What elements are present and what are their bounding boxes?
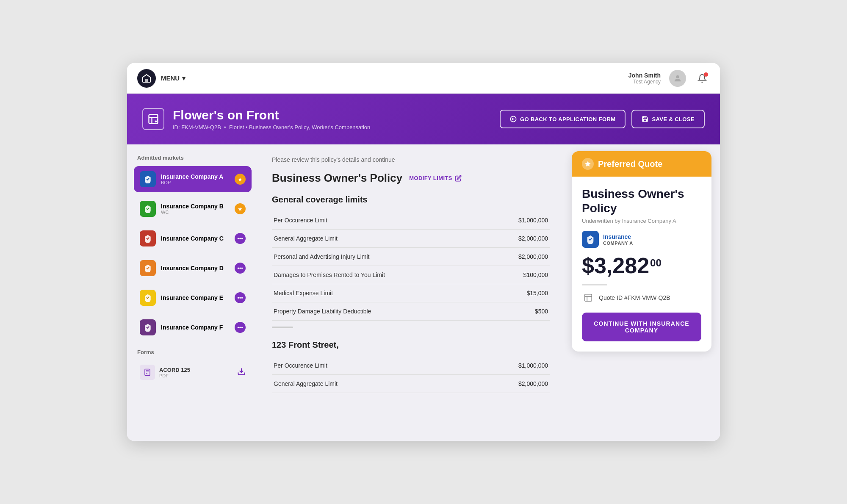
notification-badge xyxy=(704,72,708,77)
sidebar: Admitted markets Insurance Company A BOP… xyxy=(127,144,258,441)
user-info: John Smith Test Agency xyxy=(628,72,661,85)
form-acord-name: ACORD 125 xyxy=(159,367,233,373)
form-icon-pdf xyxy=(140,365,155,380)
save-icon xyxy=(642,116,648,122)
header-icon xyxy=(142,108,164,130)
forms-section-label: Forms xyxy=(134,349,252,355)
carrier-e-badge: ••• xyxy=(235,292,246,303)
quote-id-row: Quote ID #FKM-VMW-Q2B xyxy=(582,291,701,304)
table-row: Per Occurence Limit $1,000,000 xyxy=(272,357,550,375)
sidebar-item-carrier-d[interactable]: Insurance Company D ••• xyxy=(134,255,252,281)
sidebar-item-carrier-e[interactable]: Insurance Company E ••• xyxy=(134,285,252,311)
sidebar-item-carrier-f[interactable]: Insurance Company F ••• xyxy=(134,314,252,341)
download-icon[interactable] xyxy=(237,367,246,378)
quote-carrier-sub: COMPANY A xyxy=(603,241,633,246)
header-banner: Flower's on Front ID: FKM-VMW-Q2B • Flor… xyxy=(127,94,720,144)
carrier-icon-d xyxy=(140,260,156,276)
carrier-a-badge: ★ xyxy=(235,174,246,185)
carrier-a-sub: BOP xyxy=(161,180,230,185)
quote-price: $3,28200 xyxy=(582,253,701,278)
form-acord-type: PDF xyxy=(159,373,233,378)
sidebar-item-carrier-b[interactable]: Insurance Company B WC ★ xyxy=(134,196,252,222)
policy-title: Business Owner's Policy xyxy=(272,172,402,185)
carrier-e-name: Insurance Company E xyxy=(161,294,230,301)
table-row: Medical Expense Limit $15,000 xyxy=(272,284,550,302)
header-info: Flower's on Front ID: FKM-VMW-Q2B • Flor… xyxy=(142,108,370,130)
carrier-b-name: Insurance Company B xyxy=(161,203,230,210)
center-panel: Please review this policy's details and … xyxy=(258,144,563,441)
svg-rect-0 xyxy=(145,79,148,82)
forms-section: Forms ACORD 125 PDF xyxy=(134,349,252,384)
edit-icon xyxy=(455,175,462,182)
preferred-quote-header: Preferred Quote xyxy=(572,151,711,177)
coverage-label: Per Occurence Limit xyxy=(272,211,487,230)
carrier-e-info: Insurance Company E xyxy=(161,294,230,301)
quote-carrier-name: Insurance xyxy=(603,233,633,241)
coverage-label: Damages to Premises Rented to You Limit xyxy=(272,266,487,284)
price-cents: 00 xyxy=(650,257,662,269)
nav-left: MENU ▾ xyxy=(137,69,185,88)
price-main: $3,282 xyxy=(582,253,649,278)
sidebar-item-carrier-a[interactable]: Insurance Company A BOP ★ xyxy=(134,166,252,192)
coverage-value: $2,000,000 xyxy=(487,248,550,266)
coverage-section-title: General coverage limits xyxy=(272,195,550,205)
page-meta: ID: FKM-VMW-Q2B • Florist • Business Own… xyxy=(173,124,370,130)
svg-point-5 xyxy=(155,121,157,123)
modify-limits-button[interactable]: MODIFY LIMITS xyxy=(409,175,462,182)
coverage-label: Personal and Advertising Injury Limit xyxy=(272,248,487,266)
app-logo[interactable] xyxy=(137,69,156,88)
policy-header: Business Owner's Policy MODIFY LIMITS xyxy=(272,172,550,185)
quote-policy-name: Business Owner's Policy xyxy=(582,187,701,215)
quote-body: Business Owner's Policy Underwritten by … xyxy=(572,177,711,352)
quote-id-text: Quote ID #FKM-VMW-Q2B xyxy=(599,294,670,301)
carrier-f-info: Insurance Company F xyxy=(161,324,230,331)
form-acord-info: ACORD 125 PDF xyxy=(159,367,233,378)
quote-id-icon xyxy=(582,291,595,304)
user-name: John Smith xyxy=(628,72,661,79)
user-agency: Test Agency xyxy=(628,79,661,85)
admitted-markets-label: Admitted markets xyxy=(134,155,252,161)
menu-button[interactable]: MENU ▾ xyxy=(161,75,185,82)
quote-carrier-row: Insurance COMPANY A xyxy=(582,231,701,248)
table-row: General Aggregate Limit $2,000,000 xyxy=(272,230,550,248)
avatar[interactable] xyxy=(669,70,686,87)
header-text: Flower's on Front ID: FKM-VMW-Q2B • Flor… xyxy=(173,108,370,130)
save-close-button[interactable]: SAVE & CLOSE xyxy=(631,110,705,128)
table-row: General Aggregate Limit $2,000,000 xyxy=(272,375,550,393)
carrier-d-info: Insurance Company D xyxy=(161,265,230,271)
quote-underwriter: Underwritten by Insurance Company A xyxy=(582,218,701,224)
carrier-d-name: Insurance Company D xyxy=(161,265,230,271)
table-row: Damages to Premises Rented to You Limit … xyxy=(272,266,550,284)
carrier-icon-c xyxy=(140,230,156,246)
top-nav: MENU ▾ John Smith Test Agency xyxy=(127,63,720,94)
coverage-label: Per Occurence Limit xyxy=(272,357,458,375)
coverage-table: Per Occurence Limit $1,000,000 General A… xyxy=(272,211,550,321)
back-icon xyxy=(510,116,517,122)
carrier-a-info: Insurance Company A BOP xyxy=(161,173,230,185)
quote-carrier-icon xyxy=(582,231,599,248)
coverage-value: $1,000,000 xyxy=(487,211,550,230)
carrier-c-info: Insurance Company C xyxy=(161,235,230,242)
quote-carrier-info: Insurance COMPANY A xyxy=(603,233,633,246)
form-item-acord[interactable]: ACORD 125 PDF xyxy=(134,360,252,384)
continue-button[interactable]: CONTINUE WITH INSURANCE COMPANY xyxy=(582,313,701,341)
quote-divider xyxy=(582,284,607,285)
scroll-indicator xyxy=(272,327,293,328)
coverage-value: $15,000 xyxy=(487,284,550,302)
preferred-quote-label: Preferred Quote xyxy=(598,159,662,169)
go-back-button[interactable]: GO BACK TO APPLICATION FORM xyxy=(500,110,626,128)
carrier-c-name: Insurance Company C xyxy=(161,235,230,242)
svg-point-1 xyxy=(676,75,679,78)
coverage-value: $2,000,000 xyxy=(458,375,550,393)
carrier-f-name: Insurance Company F xyxy=(161,324,230,331)
carrier-b-sub: WC xyxy=(161,210,230,215)
sidebar-item-carrier-c[interactable]: Insurance Company C ••• xyxy=(134,225,252,252)
svg-rect-13 xyxy=(585,294,592,302)
page-title: Flower's on Front xyxy=(173,108,370,122)
address-title: 123 Front Street, xyxy=(272,340,550,350)
coverage-label: Medical Expense Limit xyxy=(272,284,487,302)
chevron-down-icon: ▾ xyxy=(182,75,185,82)
app-container: MENU ▾ John Smith Test Agency xyxy=(127,63,720,441)
notification-icon[interactable] xyxy=(695,71,710,86)
table-row: Per Occurence Limit $1,000,000 xyxy=(272,211,550,230)
